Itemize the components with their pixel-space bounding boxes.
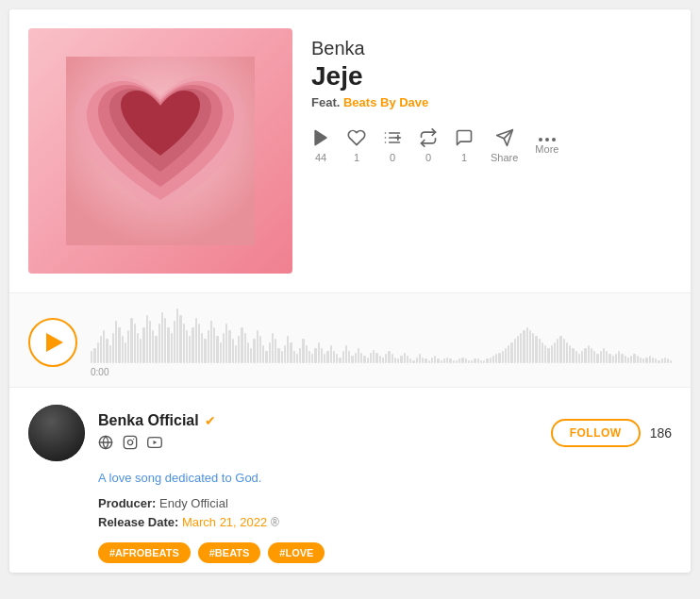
waveform-area: 0:00 bbox=[91, 307, 672, 377]
more-action[interactable]: More bbox=[535, 138, 558, 155]
artist-section: Benka Official ✔ FOLLOW 186 bbox=[9, 387, 691, 573]
more-icon bbox=[539, 138, 556, 141]
play-icon bbox=[311, 128, 330, 150]
player-play-icon bbox=[46, 333, 63, 352]
svg-rect-14 bbox=[124, 436, 136, 448]
play-count: 44 bbox=[315, 152, 326, 163]
meta-section: Producer: Endy Official Release Date: Ma… bbox=[28, 496, 672, 529]
playlist-count: 0 bbox=[390, 152, 395, 163]
track-artist: Benka bbox=[311, 38, 672, 59]
track-card: Benka Jeje Feat. Beats By Dave 44 bbox=[9, 9, 691, 573]
tag-item[interactable]: #BEATS bbox=[198, 542, 261, 563]
follower-count: 186 bbox=[650, 425, 672, 441]
feat-artist-link[interactable]: Beats By Dave bbox=[343, 95, 428, 109]
dot1 bbox=[539, 138, 542, 141]
player-play-button[interactable] bbox=[28, 318, 77, 367]
comment-action[interactable]: 1 bbox=[455, 128, 474, 163]
share-icon bbox=[495, 128, 514, 150]
globe-icon[interactable] bbox=[98, 435, 113, 454]
dot3 bbox=[552, 138, 556, 141]
svg-marker-16 bbox=[154, 441, 158, 444]
youtube-icon[interactable] bbox=[147, 435, 162, 454]
comment-count: 1 bbox=[461, 152, 467, 163]
waveform[interactable] bbox=[91, 307, 672, 363]
feat-line: Feat. Beats By Dave bbox=[311, 95, 672, 109]
more-label: More bbox=[535, 143, 558, 155]
producer-value: Endy Official bbox=[159, 496, 228, 510]
add-playlist-action[interactable]: 0 bbox=[383, 128, 402, 163]
like-action[interactable]: 1 bbox=[347, 128, 366, 163]
time-label: 0:00 bbox=[91, 367, 672, 377]
svg-marker-1 bbox=[315, 131, 326, 145]
feat-prefix: Feat. bbox=[311, 95, 340, 109]
action-row: 44 1 bbox=[311, 128, 672, 163]
comment-icon bbox=[455, 128, 474, 150]
release-label: Release Date: bbox=[98, 515, 178, 529]
follow-button[interactable]: FOLLOW bbox=[551, 419, 641, 447]
artist-info: Benka Official ✔ bbox=[98, 412, 538, 454]
play-action[interactable]: 44 bbox=[311, 128, 330, 163]
track-title: Jeje bbox=[311, 61, 672, 92]
heart-icon bbox=[347, 128, 366, 150]
like-count: 1 bbox=[354, 152, 359, 163]
dot2 bbox=[545, 138, 549, 141]
tag-item[interactable]: #LOVE bbox=[268, 542, 325, 563]
artist-actions: FOLLOW 186 bbox=[551, 419, 672, 447]
player-section: 0:00 bbox=[9, 292, 691, 387]
add-to-playlist-icon bbox=[383, 128, 402, 150]
repost-icon bbox=[419, 128, 438, 150]
producer-label: Producer: bbox=[98, 496, 156, 510]
artist-avatar bbox=[28, 405, 85, 461]
artist-description: A love song dedicated to God. bbox=[28, 471, 672, 485]
release-row: Release Date: March 21, 2022 ® bbox=[98, 515, 672, 529]
repost-count: 0 bbox=[425, 152, 431, 163]
repost-action[interactable]: 0 bbox=[419, 128, 438, 163]
track-info: Benka Jeje Feat. Beats By Dave 44 bbox=[311, 28, 672, 274]
avatar-image bbox=[28, 405, 85, 461]
artist-name-row: Benka Official ✔ bbox=[98, 412, 538, 429]
tags-row: #AFROBEATS#BEATS#LOVE bbox=[28, 542, 672, 563]
share-label: Share bbox=[491, 152, 518, 163]
top-section: Benka Jeje Feat. Beats By Dave 44 bbox=[9, 9, 691, 292]
artist-row: Benka Official ✔ FOLLOW 186 bbox=[28, 405, 672, 461]
artist-name: Benka Official bbox=[98, 412, 199, 429]
copyright-icon: ® bbox=[271, 516, 279, 529]
share-action[interactable]: Share bbox=[491, 128, 518, 163]
verified-icon: ✔ bbox=[205, 413, 216, 428]
producer-row: Producer: Endy Official bbox=[98, 496, 672, 510]
social-row bbox=[98, 435, 538, 454]
album-art bbox=[28, 28, 292, 274]
tag-item[interactable]: #AFROBEATS bbox=[98, 542, 191, 563]
instagram-icon[interactable] bbox=[123, 435, 138, 454]
release-value: March 21, 2022 bbox=[182, 515, 267, 529]
